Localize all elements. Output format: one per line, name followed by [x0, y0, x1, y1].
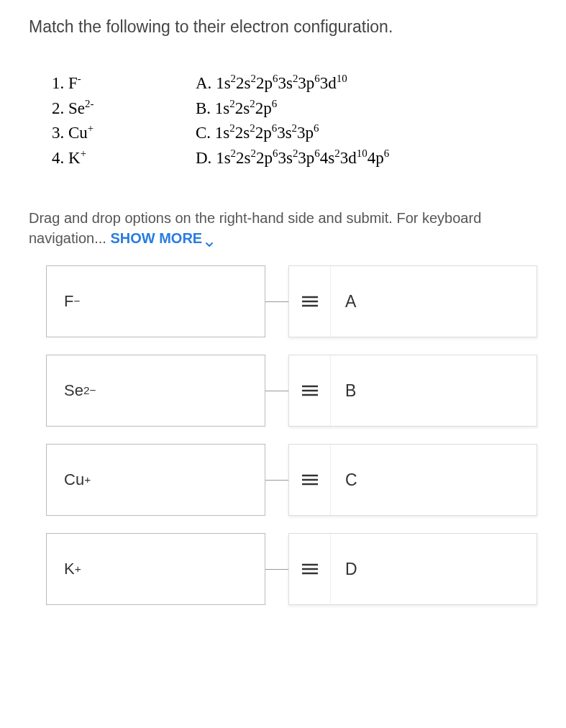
- option-label: C: [331, 470, 372, 490]
- option-label: D: [331, 560, 372, 579]
- drop-target[interactable]: F−: [46, 265, 265, 337]
- ref-item: 1. F-: [52, 71, 152, 96]
- drag-option[interactable]: A: [288, 265, 537, 337]
- match-row: F− A: [46, 265, 537, 337]
- connector-line: [265, 391, 288, 391]
- drag-option[interactable]: C: [288, 444, 537, 516]
- question-title: Match the following to their electron co…: [29, 17, 537, 37]
- ref-config: C. 1s22s22p63s23p6: [196, 121, 389, 146]
- drag-handle-icon[interactable]: [289, 355, 331, 426]
- reference-right-column: A. 1s22s22p63s23p63d10 B. 1s22s22p6 C. 1…: [196, 71, 389, 170]
- show-more-link[interactable]: SHOW MORE: [110, 228, 214, 248]
- match-row: Cu+ C: [46, 444, 537, 516]
- drag-option[interactable]: B: [288, 355, 537, 427]
- drag-handle-icon[interactable]: [289, 266, 331, 337]
- ref-config: B. 1s22s22p6: [196, 96, 389, 122]
- drag-option[interactable]: D: [288, 533, 537, 605]
- option-label: A: [331, 292, 370, 311]
- drop-target[interactable]: Cu+: [46, 444, 265, 516]
- option-label: B: [331, 381, 370, 401]
- reference-left-column: 1. F- 2. Se2- 3. Cu+ 4. K+: [52, 71, 152, 170]
- chevron-down-icon: [205, 234, 214, 242]
- match-row: K+ D: [46, 533, 537, 605]
- drag-handle-icon[interactable]: [289, 445, 331, 515]
- instructions-text: Drag and drop options on the right-hand …: [29, 208, 537, 248]
- match-row: Se2− B: [46, 355, 537, 427]
- connector-line: [265, 569, 288, 570]
- drop-target[interactable]: K+: [46, 533, 265, 605]
- ref-config: D. 1s22s22p63s23p64s23d104p6: [196, 146, 389, 171]
- drag-handle-icon[interactable]: [289, 534, 331, 604]
- ref-item: 3. Cu+: [52, 121, 152, 146]
- ref-item: 2. Se2-: [52, 96, 152, 122]
- connector-line: [265, 301, 288, 302]
- ref-config: A. 1s22s22p63s23p63d10: [196, 71, 389, 96]
- connector-line: [265, 480, 288, 481]
- reference-block: 1. F- 2. Se2- 3. Cu+ 4. K+ A. 1s22s22p63…: [29, 71, 537, 170]
- ref-item: 4. K+: [52, 146, 152, 171]
- drop-target[interactable]: Se2−: [46, 355, 265, 427]
- match-area: F− A Se2− B Cu+ C K+: [29, 265, 537, 605]
